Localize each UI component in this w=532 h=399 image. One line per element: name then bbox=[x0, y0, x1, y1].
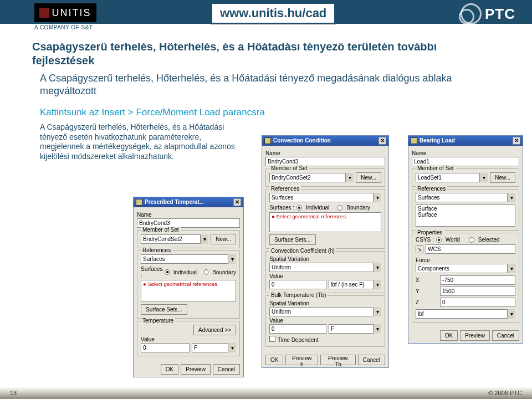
surface-sets-button[interactable]: Surface Sets... bbox=[269, 234, 316, 245]
ok-button[interactable]: OK bbox=[440, 330, 458, 341]
y-label: Y bbox=[416, 288, 438, 294]
value-input[interactable] bbox=[269, 280, 326, 289]
references-select[interactable]: ▾ bbox=[141, 254, 236, 264]
dialog-titlebar[interactable]: Convection Condition ✕ bbox=[262, 136, 388, 146]
dialog-titlebar[interactable]: Bearing Load ✕ bbox=[408, 136, 523, 146]
chevron-down-icon[interactable]: ▾ bbox=[479, 173, 488, 182]
name-label: Name bbox=[265, 150, 385, 156]
references-select[interactable]: ▾ bbox=[269, 193, 381, 202]
new-button[interactable]: New... bbox=[211, 234, 236, 244]
spatial-variation-select[interactable]: ▾ bbox=[269, 263, 381, 272]
individual-label: Individual bbox=[173, 269, 197, 275]
boundary-radio[interactable] bbox=[337, 205, 342, 211]
x-label: X bbox=[416, 277, 438, 283]
wcs-input[interactable] bbox=[426, 244, 515, 254]
select-message: Select geometrical references. bbox=[276, 213, 347, 219]
member-select-value[interactable] bbox=[269, 173, 354, 182]
spatial-variation-value[interactable] bbox=[269, 263, 381, 272]
selected-radio[interactable] bbox=[469, 237, 474, 243]
dialog-icon bbox=[411, 137, 417, 144]
new-button[interactable]: New... bbox=[356, 172, 381, 183]
ok-button[interactable]: OK bbox=[161, 364, 178, 375]
chevron-down-icon[interactable]: ▾ bbox=[507, 193, 515, 202]
temperature-label: Temperature bbox=[141, 318, 175, 324]
value-input[interactable] bbox=[141, 343, 190, 352]
preview-tb-button[interactable]: Preview Tb bbox=[320, 355, 356, 365]
csys-icon[interactable]: ↘ bbox=[416, 245, 423, 253]
bulk-spatial-label: Spatial Variation bbox=[269, 300, 381, 306]
close-icon[interactable]: ✕ bbox=[513, 137, 520, 145]
boundary-radio[interactable] bbox=[204, 269, 208, 275]
world-radio[interactable] bbox=[436, 237, 442, 243]
x-input[interactable] bbox=[440, 275, 515, 285]
member-select[interactable]: ▾ bbox=[269, 173, 354, 182]
chevron-down-icon[interactable]: ▾ bbox=[228, 343, 236, 352]
bulk-spatial-select[interactable]: ▾ bbox=[269, 307, 381, 316]
bulk-spatial-value[interactable] bbox=[269, 307, 381, 316]
references-value[interactable] bbox=[141, 254, 236, 264]
references-label: References bbox=[269, 186, 301, 192]
bulk-unit-select[interactable]: ▾ bbox=[329, 324, 381, 334]
member-select-value[interactable] bbox=[416, 173, 488, 182]
new-button[interactable]: New... bbox=[490, 172, 515, 183]
slide-body: A Csapágyszerű terhelés, Hőterhelés, és … bbox=[40, 122, 245, 161]
prescribed-temperature-dialog: Prescribed Temperat... ✕ Name Member of … bbox=[133, 197, 244, 377]
references-value[interactable] bbox=[416, 193, 515, 202]
member-select[interactable]: ▾ bbox=[416, 173, 488, 182]
chevron-down-icon[interactable]: ▾ bbox=[507, 264, 515, 273]
time-dependent-checkbox[interactable] bbox=[269, 336, 275, 342]
chevron-down-icon[interactable]: ▾ bbox=[345, 173, 354, 182]
time-dependent-label: Time Dependent bbox=[278, 337, 319, 343]
advanced-button[interactable]: Advanced >> bbox=[193, 325, 236, 335]
member-select-value[interactable] bbox=[141, 234, 208, 244]
close-icon[interactable]: ✕ bbox=[233, 198, 241, 206]
dialog-icon bbox=[136, 199, 142, 206]
references-select[interactable]: ▾ bbox=[416, 193, 515, 202]
chevron-down-icon[interactable]: ▾ bbox=[200, 234, 208, 244]
references-value[interactable] bbox=[269, 193, 381, 202]
member-select[interactable]: ▾ bbox=[141, 234, 208, 244]
references-list[interactable]: ● Select geometrical references. bbox=[141, 280, 236, 302]
bulk-value-input[interactable] bbox=[269, 324, 326, 334]
preview-button[interactable]: Preview bbox=[460, 330, 490, 341]
unit-select[interactable]: ▾ bbox=[192, 343, 236, 352]
chevron-down-icon[interactable]: ▾ bbox=[373, 307, 381, 316]
individual-radio[interactable] bbox=[165, 269, 169, 275]
chevron-down-icon[interactable]: ▾ bbox=[373, 193, 381, 202]
chevron-down-icon[interactable]: ▾ bbox=[373, 324, 381, 334]
z-input[interactable] bbox=[440, 298, 515, 307]
close-icon[interactable]: ✕ bbox=[378, 137, 386, 145]
slide-instruction: Kattintsunk az Insert > Force/Moment Loa… bbox=[40, 107, 500, 118]
chevron-down-icon[interactable]: ▾ bbox=[373, 263, 381, 272]
cancel-button[interactable]: Cancel bbox=[213, 364, 240, 375]
force-unit-value[interactable] bbox=[416, 309, 515, 319]
surface-item: Surface bbox=[418, 212, 513, 218]
references-list[interactable]: ● Select geometrical references. bbox=[269, 212, 381, 232]
chevron-down-icon[interactable]: ▾ bbox=[373, 280, 381, 289]
unit-select[interactable]: ▾ bbox=[329, 280, 381, 289]
references-label: References bbox=[141, 247, 172, 253]
bearing-load-dialog: Bearing Load ✕ Name Member of Set ▾ New.… bbox=[408, 135, 523, 344]
select-message: Select geometrical references. bbox=[147, 281, 218, 287]
convection-coef-label: Convection Coefficient (h) bbox=[269, 248, 336, 254]
convection-condition-dialog: Convection Condition ✕ Name Member of Se… bbox=[262, 135, 389, 368]
references-list[interactable]: Surface Surface bbox=[416, 204, 515, 227]
force-type-select[interactable]: ▾ bbox=[416, 264, 515, 273]
chevron-down-icon[interactable]: ▾ bbox=[507, 309, 515, 319]
surface-sets-button[interactable]: Surface Sets... bbox=[141, 304, 187, 315]
surfaces-label: Surfaces : bbox=[141, 266, 162, 278]
y-input[interactable] bbox=[440, 287, 515, 296]
force-unit-select[interactable]: ▾ bbox=[416, 309, 515, 319]
preview-h-button[interactable]: Preview h bbox=[285, 355, 318, 365]
ptc-logo: PTC bbox=[461, 3, 515, 24]
chevron-down-icon[interactable]: ▾ bbox=[228, 254, 236, 264]
force-type-value[interactable] bbox=[416, 264, 515, 273]
cancel-button[interactable]: Cancel bbox=[358, 355, 385, 365]
ok-button[interactable]: OK bbox=[265, 355, 283, 365]
individual-label: Individual bbox=[306, 204, 329, 211]
preview-button[interactable]: Preview bbox=[181, 364, 211, 375]
dialog-titlebar[interactable]: Prescribed Temperat... ✕ bbox=[134, 197, 243, 207]
brand-text: UNITIS bbox=[52, 7, 91, 19]
individual-radio[interactable] bbox=[296, 205, 302, 211]
cancel-button[interactable]: Cancel bbox=[492, 330, 519, 341]
